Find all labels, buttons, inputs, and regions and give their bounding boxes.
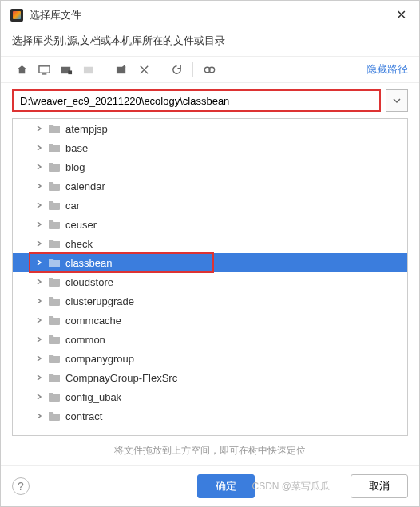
chevron-right-icon[interactable]	[35, 220, 43, 228]
chevron-right-icon[interactable]	[35, 201, 43, 209]
tree-row[interactable]: calendar	[13, 176, 407, 196]
tree-item-label: common	[65, 334, 105, 346]
tree-item-label: CompnayGroup-FlexSrc	[65, 372, 177, 384]
tree-row[interactable]: car	[13, 196, 407, 215]
tree-row[interactable]: base	[13, 138, 407, 157]
chevron-right-icon[interactable]	[35, 144, 43, 152]
path-row	[1, 83, 419, 118]
toolbar-separator	[105, 62, 105, 77]
chevron-right-icon[interactable]	[35, 297, 43, 305]
path-input[interactable]	[12, 89, 381, 112]
svg-rect-0	[38, 65, 49, 72]
tree-item-label: commcache	[65, 315, 121, 327]
home-icon[interactable]	[12, 60, 31, 79]
chevron-right-icon[interactable]	[35, 240, 43, 248]
chevron-right-icon[interactable]	[35, 125, 43, 133]
tree-item-label: check	[65, 238, 93, 250]
module-icon[interactable]	[79, 60, 98, 79]
show-hidden-icon[interactable]	[200, 60, 219, 79]
folder-icon	[48, 142, 61, 153]
window-title: 选择库文件	[30, 8, 386, 22]
toolbar-separator	[160, 62, 160, 77]
tree-item-label: base	[65, 142, 88, 154]
cancel-button[interactable]: 取消	[351, 474, 408, 498]
chevron-right-icon[interactable]	[35, 374, 43, 382]
file-tree[interactable]: atempjspbaseblogcalendarcarceusercheckcl…	[12, 118, 408, 436]
tree-item-label: config_ubak	[65, 391, 121, 403]
chevron-right-icon[interactable]	[35, 393, 43, 401]
footer: ? 确定 CSDN @菜写瓜瓜 取消	[1, 465, 419, 506]
folder-icon	[48, 238, 61, 249]
project-icon[interactable]	[57, 60, 76, 79]
dialog-subheading: 选择库类别,源,文档或本机库所在的文件或目录	[1, 29, 419, 56]
tree-row[interactable]: companygroup	[13, 349, 407, 368]
app-icon	[10, 9, 23, 22]
tree-row[interactable]: contract	[13, 406, 407, 426]
tree-item-label: ceuser	[65, 219, 97, 231]
folder-icon	[48, 372, 61, 383]
folder-icon	[48, 315, 61, 326]
hint-text: 将文件拖放到上方空间，即可在树中快速定位	[1, 441, 419, 465]
tree-item-label: car	[65, 200, 80, 212]
path-dropdown-icon[interactable]	[386, 89, 408, 112]
folder-icon	[48, 295, 61, 307]
folder-icon	[48, 410, 61, 422]
tree-item-label: cloudstore	[65, 276, 113, 288]
tree-item-label: atempjsp	[65, 123, 108, 135]
titlebar: 选择库文件 ✕	[1, 1, 419, 29]
tree-item-label: companygroup	[65, 353, 134, 365]
tree-row[interactable]: classbean	[13, 253, 407, 272]
tree-row[interactable]: config_ubak	[13, 387, 407, 406]
tree-item-label: blog	[65, 161, 85, 173]
tree-item-label: classbean	[65, 257, 113, 269]
folder-icon	[48, 123, 61, 134]
hide-path-link[interactable]: 隐藏路径	[367, 62, 408, 77]
tree-row[interactable]: CompnayGroup-FlexSrc	[13, 368, 407, 387]
tree-row[interactable]: blog	[13, 157, 407, 176]
chevron-right-icon[interactable]	[35, 259, 43, 267]
folder-icon	[48, 161, 61, 172]
folder-icon	[48, 219, 61, 230]
tree-item-label: calendar	[65, 180, 105, 192]
tree-row[interactable]: clusterupgrade	[13, 291, 407, 311]
toolbar: 隐藏路径	[1, 56, 419, 83]
desktop-icon[interactable]	[34, 60, 53, 79]
chevron-right-icon[interactable]	[35, 163, 43, 171]
tree-row[interactable]: cloudstore	[13, 272, 407, 291]
tree-row[interactable]: ceuser	[13, 215, 407, 234]
folder-icon	[48, 334, 61, 345]
svg-rect-3	[68, 70, 72, 74]
chevron-right-icon[interactable]	[35, 412, 43, 420]
folder-icon	[48, 353, 61, 364]
tree-row[interactable]: common	[13, 330, 407, 349]
chevron-right-icon[interactable]	[35, 278, 43, 286]
tree-row[interactable]: check	[13, 234, 407, 253]
close-icon[interactable]: ✕	[393, 7, 410, 22]
folder-icon	[48, 180, 61, 192]
folder-icon	[48, 257, 61, 268]
tree-row[interactable]: commcache	[13, 311, 407, 330]
tree-item-label: clusterupgrade	[65, 295, 134, 307]
folder-icon	[48, 391, 61, 402]
delete-icon[interactable]	[134, 60, 153, 79]
chevron-right-icon[interactable]	[35, 335, 43, 343]
tree-item-label: contract	[65, 410, 102, 422]
chevron-right-icon[interactable]	[35, 316, 43, 324]
refresh-icon[interactable]	[167, 60, 186, 79]
svg-rect-4	[83, 66, 92, 73]
tree-row[interactable]: atempjsp	[13, 119, 407, 138]
svg-rect-1	[42, 73, 46, 74]
folder-icon	[48, 276, 61, 287]
help-icon[interactable]: ?	[12, 477, 30, 495]
toolbar-separator	[192, 62, 193, 77]
watermark: CSDN @菜写瓜瓜	[247, 480, 330, 493]
folder-icon	[48, 200, 61, 211]
new-folder-icon[interactable]	[112, 60, 131, 79]
chevron-right-icon[interactable]	[35, 355, 43, 362]
chevron-right-icon[interactable]	[35, 182, 43, 190]
